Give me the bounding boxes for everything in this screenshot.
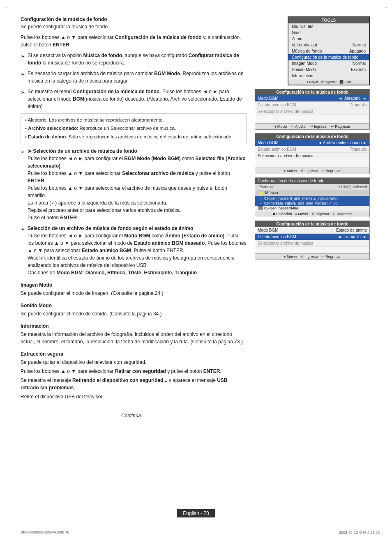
- aleatorio-value-bgm: ◄ Aleatorio ►: [338, 96, 367, 101]
- section-file-select: ➢ ➤ Selección de un archivo de música de…: [21, 147, 247, 221]
- informacion-text: Se muestra la información del archivo de…: [21, 331, 247, 345]
- panel-animo-title: Configuración de la música de fondo: [255, 221, 369, 227]
- imagen-modo-text: Se puede configurar el modo de imagen. (…: [21, 290, 247, 297]
- panel-files-footer: ■ Selección ♦ Mover ⏎ Ingresar ↩ Regresa…: [255, 211, 369, 217]
- file-item-3: 05-glen_hansard-lies: [255, 206, 369, 211]
- panel-archivo-spacer: [255, 159, 369, 168]
- imagen-modo-title: Imagen Modo: [21, 282, 247, 288]
- page-number-badge: English - 78: [177, 509, 214, 517]
- tools-label-info: Información: [292, 74, 313, 78]
- doc-footer: BP68-00660A-00SPA.indb 78 2008-02-12 오전 …: [21, 530, 380, 536]
- panel-animo-row-sel: Seleccionar archivo de música: [255, 240, 369, 247]
- panel-aleatorio-row-estado: Estado animico BGM Tranquilo: [255, 102, 369, 108]
- archivo-footer-text: ♦ Mover ⏎ Ingresar ↩ Regresar: [284, 169, 341, 173]
- arrow-text-1: Si se desactiva la opción Música de fond…: [28, 52, 247, 67]
- files-path-label: ../Música/: [258, 185, 274, 189]
- continues-text: Continúa…: [21, 413, 247, 418]
- arrow-icon-file: ➢: [21, 148, 25, 156]
- file-select-t4: La marca (✓) aparece a la izquierda de l…: [28, 200, 167, 206]
- extraccion-t1: Se puede quitar el dispositivo del telev…: [21, 359, 247, 366]
- animo-label-sel: Seleccionar archivo de música: [258, 241, 314, 246]
- files-footer-text: ■ Selección ♦ Mover ⏎ Ingresar ↩ Regresa…: [273, 212, 352, 216]
- panel-animo-row-bgm: Modo BGM : Estado de ánimo: [255, 227, 369, 234]
- animo-footer-text: ♦ Mover ⏎ Ingresar ↩ Regresar: [284, 255, 341, 259]
- panel-aleatorio-row-sel: Seleccionar archivo de música: [255, 108, 369, 115]
- folder-icon: 📁: [258, 191, 263, 195]
- section-bgm-title: Configuración de la música de fondo: [21, 16, 247, 22]
- page-number-wrapper: English - 78: [0, 509, 392, 517]
- archivo-value-estado: Tranquilo: [350, 147, 367, 152]
- animo-value-estado: ◄ Tranquilo ►: [337, 235, 367, 239]
- checkbox-3: [258, 206, 263, 210]
- animo-label-estado: Estado animico BGM: [258, 235, 296, 239]
- arrow-icon-1: ➢: [21, 52, 25, 60]
- section-bgm-config: Configuración de la música de fondo Se p…: [21, 16, 247, 144]
- panel-files-path: ../Música/ 2 File(s) Selected: [255, 184, 369, 190]
- tools-value-sonido: Favorito: [351, 67, 366, 72]
- tools-row-veloc: Veloc. vis. aut Normal: [288, 42, 369, 48]
- file-name-1: 01-glen_hansard_and_marketa_irglova-fall…: [264, 196, 341, 200]
- tools-label-config: Configuración de la música de fondo: [292, 55, 358, 60]
- file-select-t6: Pulse el botón ENTER.: [28, 215, 78, 221]
- aleatorio-label-sel: Seleccionar archivo de música: [258, 109, 314, 114]
- file-select-t1: Pulse los botones ◄ o ► para configurar …: [28, 156, 246, 169]
- animo-value-bgm: : Estado de ánimo: [332, 228, 367, 232]
- arrow-icon-3: ➢: [21, 88, 25, 97]
- section-bgm-text2: Pulse los botones ▲ o ▼ para seleccionar…: [21, 34, 247, 48]
- panel-files: Configuración de la música de fondo ../M…: [255, 177, 370, 217]
- bullet-2: • Archivo seleccionado: Reproduce un Sel…: [25, 124, 242, 132]
- panel-animo-spacer: [255, 247, 369, 253]
- panel-archivo-title: Configuración de la música de fondo: [255, 133, 369, 140]
- extraccion-t3: Se muestra el mensaje Retirando el dispo…: [21, 377, 247, 391]
- arrow-item-3: ➢ Se muestra el menú Configuración de la…: [21, 88, 247, 110]
- arrow-text-3: Se muestra el menú Configuración de la m…: [28, 88, 247, 110]
- sonido-modo-text: Se puede configurar el modo de sonido. (…: [21, 310, 247, 317]
- informacion-title: Información: [21, 323, 247, 329]
- animo-label-bgm: Modo BGM: [258, 228, 279, 232]
- section-mood: ➢ Selección de un archivo de música de f…: [21, 225, 247, 276]
- panel-files-title: Configuración de la música de fondo: [255, 178, 369, 184]
- files-count: 2 File(s) Selected: [338, 185, 367, 189]
- tools-row-sonido: Sonido Modo Favorito: [288, 67, 369, 73]
- tools-row-zoom: Zoom: [288, 36, 369, 42]
- extraccion-t2: Pulse los botones ▲ o ▼ para seleccionar…: [21, 368, 247, 375]
- tools-panel-title: TOOLS: [288, 17, 369, 23]
- tools-label-girar: Girar: [292, 30, 301, 35]
- section-sonido-modo: Sonido Modo Se puede configurar el modo …: [21, 303, 247, 317]
- panel-animo-footer: ♦ Mover ⏎ Ingresar ↩ Regresar: [255, 253, 369, 260]
- tools-row-musica: Música de fondo Apagado: [288, 48, 369, 54]
- continues-wrapper: Continúa…: [21, 413, 247, 418]
- extraccion-t4: Retire el dispositivo USB del televisor.: [21, 393, 247, 400]
- tools-row-inic: Inic. vis. aut: [288, 23, 369, 30]
- extraccion-title: Extracción segura: [21, 351, 247, 357]
- panel-aleatorio-spacer: [255, 115, 369, 123]
- panel-aleatorio-footer: ♦ Mover ↔ Ajustar ⏎ Ingresar ↩ Regresar: [255, 123, 369, 129]
- tools-panel: TOOLS Inic. vis. aut Girar Zoom Veloc. v…: [288, 16, 370, 85]
- tools-row-imagen: Imagen Modo Normal: [288, 60, 369, 67]
- section-bgm-text1: Se puede configurar la música de fondo.: [21, 23, 247, 30]
- panel-aleatorio-row-bgm: Modo BGM ◄ Aleatorio ►: [255, 95, 369, 102]
- panel-animo-row-estado: Estado animico BGM ◄ Tranquilo ►: [255, 234, 369, 240]
- archivo-value-bgm: ◄ Archivo seleccionado ►: [318, 140, 367, 145]
- tools-label-sonido: Sonido Modo: [292, 67, 316, 72]
- panel-archivo: Configuración de la música de fondo Modo…: [255, 133, 370, 174]
- checkbox-1: ✓: [258, 196, 263, 200]
- section-informacion: Información Se muestra la información de…: [21, 323, 247, 345]
- tools-row-config: Configuración de la música de fondo: [288, 54, 369, 60]
- tools-value-imagen: Normal: [353, 61, 366, 66]
- right-panels: TOOLS Inic. vis. aut Girar Zoom Veloc. v…: [255, 16, 370, 526]
- arrow-item-1: ➢ Si se desactiva la opción Música de fo…: [21, 52, 247, 67]
- mood-content: Selección de un archivo de música de fon…: [28, 225, 247, 276]
- section-extraccion: Extracción segura Se puede quitar el dis…: [21, 351, 247, 400]
- file-select-t5: Repita el proceso anterior para seleccio…: [28, 207, 181, 213]
- file-select-title: ➤ Selección de un archivo de música de f…: [28, 148, 137, 154]
- tools-value-veloc: Normal: [353, 43, 366, 47]
- file-name-2: 02-marketa_irglova_and_glen_hansard-if_y…: [264, 201, 341, 205]
- tools-row-info: Información: [288, 73, 369, 79]
- arrow-text-2: Es necesario cargar los archivos de músi…: [28, 70, 247, 85]
- arrow-item-mood: ➢ Selección de un archivo de música de f…: [21, 225, 247, 276]
- aleatorio-label-bgm: Modo BGM: [258, 96, 279, 101]
- mood-title: Selección de un archivo de música de fon…: [28, 225, 193, 231]
- doc-footer-right: 2008-02-12 오전 2:41:20: [339, 530, 380, 536]
- archivo-label-bgm: Modo BGM: [258, 140, 279, 145]
